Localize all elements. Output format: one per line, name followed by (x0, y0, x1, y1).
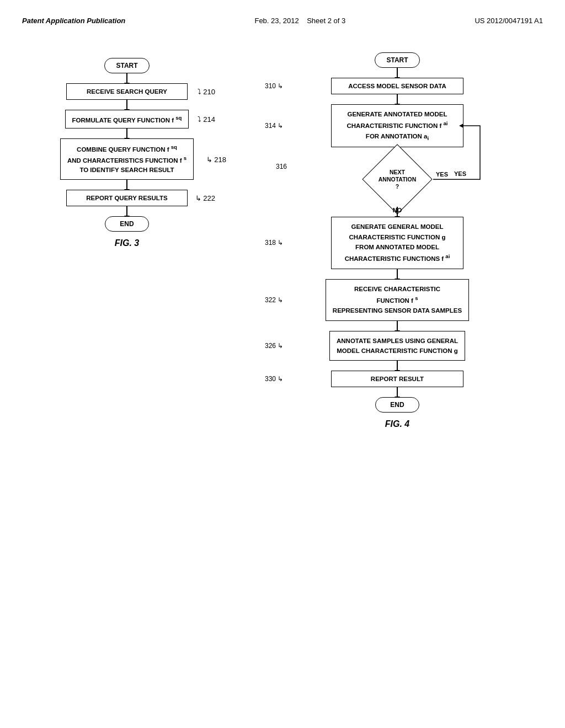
label-330: 330 ↳ (265, 375, 283, 383)
fig4-step314-label: GENERATE ANNOTATED MODEL CHARACTERISTIC … (331, 104, 463, 147)
fig3-step210: RECEIVE SEARCH QUERY (66, 83, 188, 100)
fig4-step326-label: ANNOTATE SAMPLES USING GENERAL MODEL CHA… (329, 331, 465, 361)
fig4-row316: 316 NEXTANNOTATION? YES NO (265, 157, 530, 201)
label-316: 316 (276, 163, 287, 170)
fig4-arrow7 (397, 361, 398, 371)
label-218: ↳ 218 (206, 155, 226, 163)
fig4-step326: ANNOTATE SAMPLES USING GENERAL MODEL CHA… (329, 331, 465, 361)
diagrams-container: START RECEIVE SEARCH QUERY ⤵ 210 FORMUL (22, 41, 543, 429)
fig3-row210: RECEIVE SEARCH QUERY ⤵ 210 (22, 83, 232, 100)
fig4-start-label: START (375, 52, 419, 68)
arrow5 (126, 206, 127, 216)
label-314: 314 ↳ (265, 122, 283, 130)
arrow3 (126, 129, 127, 138)
header-center: Feb. 23, 2012 Sheet 2 of 3 (254, 17, 345, 25)
fig4-end: END (375, 397, 419, 413)
fig4-row314: 314 ↳ GENERATE ANNOTATED MODEL CHARACTER… (265, 104, 530, 147)
fig4-row322: 322 ↳ RECEIVE CHARACTERISTIC FUNCTION f … (265, 279, 530, 321)
fig4-arrow5 (397, 269, 398, 279)
fig3-flow: START RECEIVE SEARCH QUERY ⤵ 210 FORMUL (22, 58, 232, 248)
label-326: 326 ↳ (265, 342, 283, 350)
header-right: US 2012/0047191 A1 (475, 17, 543, 25)
fig4-step330-label: REPORT RESULT (331, 371, 463, 387)
fig4-arrow2 (397, 94, 398, 104)
fig3-row222: REPORT QUERY RESULTS ↳ 222 (22, 190, 232, 206)
fig4-step316: NEXTANNOTATION? (361, 157, 433, 201)
fig4-flow: START 310 ↳ ACCESS MODEL SENSOR DATA 314… (265, 52, 530, 429)
fig3-start-label: START (104, 58, 149, 73)
fig3-step222: REPORT QUERY RESULTS (66, 190, 188, 206)
fig3-row218: COMBINE QUERY FUNCTION f sq AND CHARACTE… (22, 138, 232, 180)
fig3-step214: FORMULATE QUERY FUNCTION f sq (65, 110, 189, 129)
arrow2 (126, 100, 127, 110)
fig3-label: FIG. 3 (115, 238, 139, 248)
label-222: ↳ 222 (195, 194, 215, 202)
fig4-arrow1 (397, 68, 398, 78)
fig4-step322-label: RECEIVE CHARACTERISTIC FUNCTION f s REPR… (326, 279, 469, 321)
page-header: Patent Application Publication Feb. 23, … (22, 11, 543, 41)
fig4-arrow8 (397, 387, 398, 397)
fig3-row214: FORMULATE QUERY FUNCTION f sq ⤵ 214 (22, 110, 232, 129)
label-322: 322 ↳ (265, 296, 283, 304)
fig4-step316-label: NEXTANNOTATION? (379, 169, 416, 190)
fig4-label: FIG. 4 (385, 419, 409, 429)
fig4-arrow6 (397, 321, 398, 331)
yes-label: YES (454, 170, 466, 177)
label-214: ⤵ 214 (198, 115, 215, 123)
arrow1 (126, 73, 127, 83)
fig3-container: START RECEIVE SEARCH QUERY ⤵ 210 FORMUL (22, 47, 232, 429)
fig3-end-label: END (105, 216, 149, 232)
arrow4 (126, 180, 127, 190)
label-210: ⤵ 210 (198, 88, 215, 96)
fig4-container: START 310 ↳ ACCESS MODEL SENSOR DATA 314… (265, 47, 530, 429)
fig4-row310: 310 ↳ ACCESS MODEL SENSOR DATA (265, 78, 530, 94)
fig4-row326: 326 ↳ ANNOTATE SAMPLES USING GENERAL MOD… (265, 331, 530, 361)
fig4-arrow4 (397, 207, 398, 217)
fig4-step310-label: ACCESS MODEL SENSOR DATA (331, 78, 463, 94)
fig4-step318: GENERATE GENERAL MODEL CHARACTERISTIC FU… (331, 217, 463, 269)
fig4-row318: 318 ↳ GENERATE GENERAL MODEL CHARACTERIS… (265, 217, 530, 269)
fig4-end-label: END (375, 397, 419, 413)
page: Patent Application Publication Feb. 23, … (0, 0, 565, 728)
fig3-step210-label: RECEIVE SEARCH QUERY (66, 83, 188, 100)
fig3-end: END (105, 216, 149, 232)
fig4-step314: GENERATE ANNOTATED MODEL CHARACTERISTIC … (331, 104, 463, 147)
fig4-step330: REPORT RESULT (331, 371, 463, 387)
fig3-step222-label: REPORT QUERY RESULTS (66, 190, 188, 206)
header-left: Patent Application Publication (22, 17, 125, 25)
yes-loop-spacer (265, 201, 530, 207)
fig3-step214-label: FORMULATE QUERY FUNCTION f sq (65, 110, 189, 129)
fig4-step310: ACCESS MODEL SENSOR DATA (331, 78, 463, 94)
fig3-step218: COMBINE QUERY FUNCTION f sq AND CHARACTE… (60, 138, 194, 180)
label-310: 310 ↳ (265, 82, 283, 90)
fig4-row330: 330 ↳ REPORT RESULT (265, 371, 530, 387)
fig3-step218-label: COMBINE QUERY FUNCTION f sq AND CHARACTE… (60, 138, 194, 180)
label-318: 318 ↳ (265, 239, 283, 247)
fig4-start: START (375, 52, 419, 68)
fig3-start: START (104, 58, 149, 73)
fig4-step322: RECEIVE CHARACTERISTIC FUNCTION f s REPR… (326, 279, 469, 321)
fig4-step318-label: GENERATE GENERAL MODEL CHARACTERISTIC FU… (331, 217, 463, 269)
